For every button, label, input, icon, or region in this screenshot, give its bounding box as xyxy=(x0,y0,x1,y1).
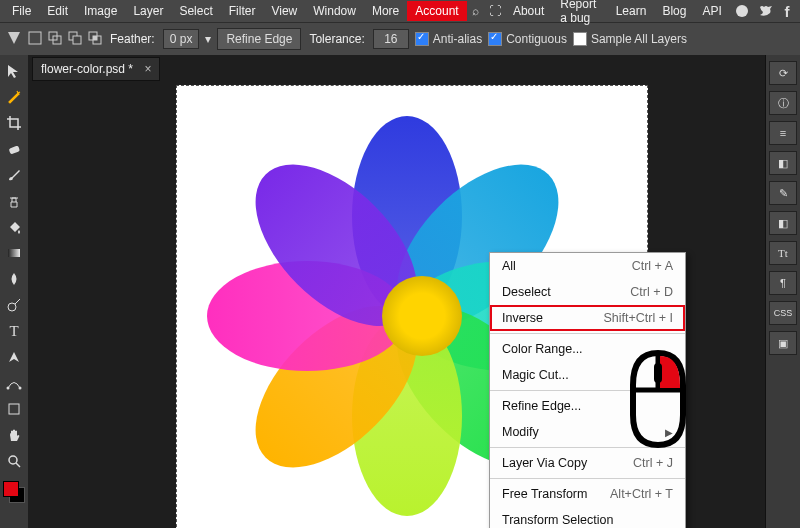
twitter-icon[interactable] xyxy=(758,2,774,20)
ctx-label: Layer Via Copy xyxy=(502,456,587,470)
ctx-shortcut: Ctrl + A xyxy=(632,259,673,273)
menu-image[interactable]: Image xyxy=(76,1,125,21)
menu-account[interactable]: Account xyxy=(407,1,466,21)
close-tab-icon[interactable]: × xyxy=(144,62,151,76)
tool-hand[interactable] xyxy=(2,423,26,447)
tool-crop[interactable] xyxy=(2,111,26,135)
ctx-label: Magic Cut... xyxy=(502,368,569,382)
ctx-free-transform[interactable]: Free TransformAlt+Ctrl + T xyxy=(490,481,685,507)
tool-brush[interactable] xyxy=(2,163,26,187)
svg-rect-8 xyxy=(93,36,97,40)
tool-gradient[interactable] xyxy=(2,241,26,265)
svg-rect-10 xyxy=(8,249,20,257)
panel-history[interactable]: ⟳ xyxy=(769,61,797,85)
stage[interactable]: flower-color.psd * × AllCtrl + ADeselect… xyxy=(28,55,765,528)
tool-pen[interactable] xyxy=(2,345,26,369)
link-report-bug[interactable]: Report a bug xyxy=(552,0,607,28)
ctx-shortcut: Ctrl + J xyxy=(633,456,673,470)
ctx-label: Color Range... xyxy=(502,342,583,356)
menu-select[interactable]: Select xyxy=(171,1,220,21)
ctx-label: Refine Edge... xyxy=(502,399,581,413)
menu-file[interactable]: File xyxy=(4,1,39,21)
panel-info[interactable]: ⓘ xyxy=(769,91,797,115)
svg-point-15 xyxy=(9,456,17,464)
sel-sub-icon[interactable] xyxy=(68,31,82,48)
tool-shape[interactable] xyxy=(2,397,26,421)
reddit-icon[interactable] xyxy=(734,2,750,20)
document-title: flower-color.psd * xyxy=(41,62,133,76)
link-blog[interactable]: Blog xyxy=(654,1,694,21)
sample-all-checkbox[interactable] xyxy=(573,32,587,46)
document-tab[interactable]: flower-color.psd * × xyxy=(32,57,160,81)
menu-edit[interactable]: Edit xyxy=(39,1,76,21)
menu-window[interactable]: Window xyxy=(305,1,364,21)
fullscreen-icon[interactable]: ⛶ xyxy=(489,2,501,20)
feather-label: Feather: xyxy=(108,32,157,46)
tool-clone[interactable] xyxy=(2,189,26,213)
facebook-icon[interactable]: f xyxy=(782,2,792,20)
contiguous-label: Contiguous xyxy=(506,32,567,46)
sel-int-icon[interactable] xyxy=(88,31,102,48)
panel-image[interactable]: ▣ xyxy=(769,331,797,355)
link-api[interactable]: API xyxy=(694,1,729,21)
right-panel: ⟳ ⓘ ≡ ◧ ✎ ◧ Tt ¶ CSS ▣ xyxy=(765,55,800,528)
tolerance-label: Tolerance: xyxy=(307,32,366,46)
antialias-label: Anti-alias xyxy=(433,32,482,46)
tool-wand[interactable] xyxy=(2,85,26,109)
menu-filter[interactable]: Filter xyxy=(221,1,264,21)
tool-eraser[interactable] xyxy=(2,137,26,161)
sel-add-icon[interactable] xyxy=(48,31,62,48)
link-learn[interactable]: Learn xyxy=(608,1,655,21)
menu-view[interactable]: View xyxy=(263,1,305,21)
svg-rect-16 xyxy=(654,363,662,383)
mouse-right-click-icon xyxy=(618,345,698,458)
svg-point-13 xyxy=(19,387,22,390)
ctx-label: Modify xyxy=(502,425,539,439)
panel-layers[interactable]: ◧ xyxy=(769,211,797,235)
color-swatch[interactable] xyxy=(3,481,25,503)
tool-bucket[interactable] xyxy=(2,215,26,239)
menu-layer[interactable]: Layer xyxy=(125,1,171,21)
menubar: File Edit Image Layer Select Filter View… xyxy=(0,0,800,22)
link-about[interactable]: About xyxy=(505,1,552,21)
tool-path[interactable] xyxy=(2,371,26,395)
panel-type[interactable]: Tt xyxy=(769,241,797,265)
panel-brush[interactable]: ✎ xyxy=(769,181,797,205)
ctx-label: All xyxy=(502,259,516,273)
sel-new-icon[interactable] xyxy=(28,31,42,48)
ctx-shortcut: Alt+Ctrl + T xyxy=(610,487,673,501)
ctx-all[interactable]: AllCtrl + A xyxy=(490,253,685,279)
ctx-deselect[interactable]: DeselectCtrl + D xyxy=(490,279,685,305)
tool-dodge[interactable] xyxy=(2,293,26,317)
ctx-label: Free Transform xyxy=(502,487,587,501)
panel-adjust[interactable]: ≡ xyxy=(769,121,797,145)
ctx-label: Inverse xyxy=(502,311,543,325)
ctx-label: Deselect xyxy=(502,285,551,299)
options-bar: Feather: 0 px ▾ Refine Edge Tolerance: 1… xyxy=(0,22,800,55)
tool-blur[interactable] xyxy=(2,267,26,291)
svg-point-0 xyxy=(736,5,748,17)
panel-swatches[interactable]: ◧ xyxy=(769,151,797,175)
ctx-label: Transform Selection xyxy=(502,513,613,527)
ctx-shortcut: Ctrl + D xyxy=(630,285,673,299)
panel-paragraph[interactable]: ¶ xyxy=(769,271,797,295)
tool-type[interactable]: T xyxy=(2,319,26,343)
tolerance-input[interactable]: 16 xyxy=(373,29,409,49)
menu-more[interactable]: More xyxy=(364,1,407,21)
feather-input[interactable]: 0 px xyxy=(163,29,200,49)
search-icon[interactable]: ⌕ xyxy=(471,2,481,20)
svg-rect-1 xyxy=(29,32,41,44)
svg-point-12 xyxy=(7,387,10,390)
tool-move[interactable] xyxy=(2,59,26,83)
ctx-shortcut: Shift+Ctrl + I xyxy=(604,311,673,325)
ctx-inverse[interactable]: InverseShift+Ctrl + I xyxy=(490,305,685,331)
panel-css[interactable]: CSS xyxy=(769,301,797,325)
tool-zoom[interactable] xyxy=(2,449,26,473)
svg-rect-14 xyxy=(9,404,19,414)
refine-edge-button[interactable]: Refine Edge xyxy=(217,28,301,50)
contiguous-checkbox[interactable] xyxy=(488,32,502,46)
antialias-checkbox[interactable] xyxy=(415,32,429,46)
ctx-transform-selection[interactable]: Transform Selection xyxy=(490,507,685,528)
feather-dropdown-icon[interactable]: ▾ xyxy=(205,32,211,46)
tool-preset-icon[interactable] xyxy=(6,30,22,49)
